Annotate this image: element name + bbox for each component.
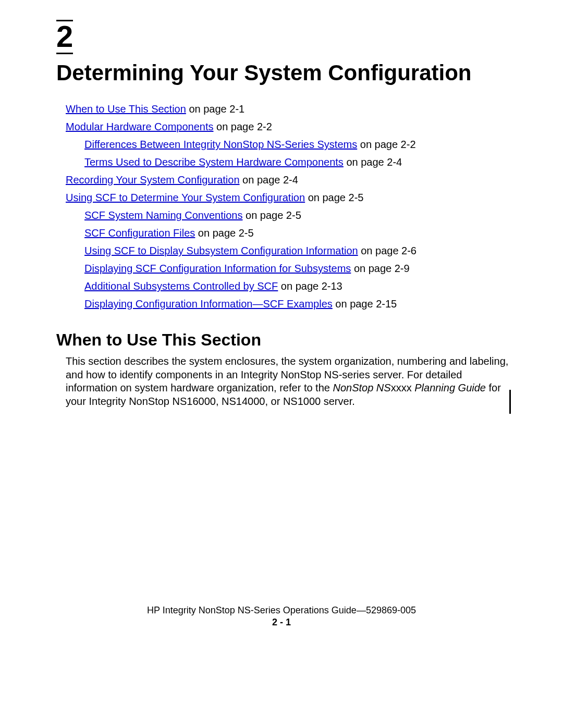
toc-page-ref: on page 2-5 — [305, 192, 363, 203]
toc-entry: Using SCF to Determine Your System Confi… — [66, 189, 511, 206]
toc-link[interactable]: Using SCF to Determine Your System Confi… — [66, 192, 305, 203]
toc-link[interactable]: Using SCF to Display Subsystem Configura… — [84, 245, 358, 256]
footer-page-number: 2 - 1 — [0, 617, 563, 628]
toc-entry: Modular Hardware Components on page 2-2 — [66, 118, 511, 135]
section-body: This section describes the system enclos… — [56, 355, 511, 408]
toc-link[interactable]: Additional Subsystems Controlled by SCF — [84, 280, 278, 292]
toc-link[interactable]: Differences Between Integrity NonStop NS… — [84, 139, 357, 150]
toc-page-ref: on page 2-6 — [358, 245, 417, 256]
body-text: xxxx — [391, 382, 415, 393]
toc-page-ref: on page 2-13 — [278, 280, 342, 292]
table-of-contents: When to Use This Section on page 2-1Modu… — [56, 100, 511, 313]
chapter-number: 2 — [56, 21, 73, 53]
chapter-title: Determining Your System Configuration — [56, 60, 511, 85]
toc-page-ref: on page 2-1 — [186, 103, 244, 115]
toc-entry: Differences Between Integrity NonStop NS… — [84, 135, 511, 153]
toc-page-ref: on page 2-4 — [240, 174, 298, 186]
toc-page-ref: on page 2-5 — [195, 227, 253, 239]
toc-link[interactable]: SCF Configuration Files — [84, 227, 195, 239]
toc-link[interactable]: Displaying SCF Configuration Information… — [84, 263, 351, 274]
chapter-number-rule: 2 — [56, 20, 73, 54]
toc-page-ref: on page 2-5 — [242, 209, 301, 221]
toc-link[interactable]: Terms Used to Describe System Hardware C… — [84, 156, 344, 168]
toc-entry: Displaying Configuration Information—SCF… — [84, 295, 511, 313]
toc-page-ref: on page 2-9 — [351, 263, 409, 274]
footer-doc-number: 529869-005 — [366, 605, 416, 615]
toc-entry: Displaying SCF Configuration Information… — [84, 260, 511, 277]
toc-link[interactable]: Modular Hardware Components — [66, 121, 213, 132]
body-italic: NonStop NS — [333, 382, 390, 393]
toc-link[interactable]: Displaying Configuration Information—SCF… — [84, 298, 333, 310]
toc-page-ref: on page 2-2 — [213, 121, 272, 132]
change-bar — [509, 390, 511, 414]
toc-page-ref: on page 2-15 — [333, 298, 397, 310]
toc-link[interactable]: When to Use This Section — [66, 103, 186, 115]
toc-link[interactable]: Recording Your System Configuration — [66, 174, 240, 186]
toc-entry: SCF Configuration Files on page 2-5 — [84, 224, 511, 242]
document-page: 2 Determining Your System Configuration … — [0, 0, 563, 409]
toc-entry: When to Use This Section on page 2-1 — [66, 100, 511, 118]
footer-doc-title: HP Integrity NonStop NS-Series Operation… — [147, 605, 357, 615]
toc-page-ref: on page 2-2 — [357, 139, 415, 150]
toc-link[interactable]: SCF System Naming Conventions — [84, 209, 242, 221]
toc-entry: Additional Subsystems Controlled by SCF … — [84, 277, 511, 295]
body-italic: Planning Guide — [414, 382, 486, 393]
section-heading: When to Use This Section — [56, 330, 511, 350]
footer-sep: — — [357, 605, 366, 615]
toc-page-ref: on page 2-4 — [344, 156, 402, 168]
footer-doc-line: HP Integrity NonStop NS-Series Operation… — [0, 605, 563, 616]
toc-entry: Recording Your System Configuration on p… — [66, 171, 511, 189]
toc-entry: Using SCF to Display Subsystem Configura… — [84, 242, 511, 260]
page-footer: HP Integrity NonStop NS-Series Operation… — [0, 604, 563, 628]
toc-entry: Terms Used to Describe System Hardware C… — [84, 153, 511, 171]
toc-entry: SCF System Naming Conventions on page 2-… — [84, 206, 511, 224]
